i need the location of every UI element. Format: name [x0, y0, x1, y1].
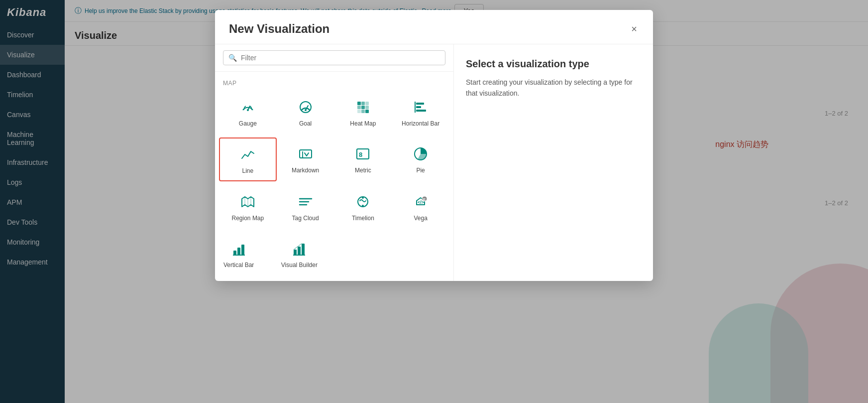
goal-icon [297, 98, 315, 116]
svg-rect-11 [365, 110, 369, 113]
svg-rect-30 [233, 251, 236, 255]
svg-text:|: | [302, 150, 304, 158]
svg-rect-10 [361, 110, 365, 113]
svg-rect-5 [365, 102, 369, 105]
svg-rect-33 [233, 255, 245, 256]
viz-label-gauge: Gauge [239, 120, 257, 127]
vega-icon: </> E [412, 193, 430, 211]
svg-rect-4 [361, 102, 365, 105]
svg-rect-34 [294, 250, 297, 255]
new-visualization-modal: New Visualization × 🔍 Map [215, 10, 653, 281]
heat-map-icon [354, 98, 372, 116]
viz-item-gauge[interactable]: Gauge [219, 91, 277, 134]
description-text: Start creating your visualization by sel… [466, 77, 641, 99]
gauge-icon [239, 98, 257, 116]
timelion-icon [354, 193, 372, 211]
pie-icon [412, 145, 430, 163]
svg-rect-8 [365, 106, 369, 109]
viz-label-vertical-bar: Vertical Bar [223, 262, 254, 269]
svg-point-26 [362, 205, 364, 207]
viz-scroll: Map [215, 72, 453, 281]
viz-label-tag-cloud: Tag Cloud [292, 215, 319, 222]
modal-overlay: New Visualization × 🔍 Map [0, 0, 868, 403]
svg-rect-12 [415, 102, 416, 113]
viz-item-visual-builder[interactable]: Visual Builder [277, 232, 322, 275]
search-icon: 🔍 [228, 54, 237, 62]
modal-title: New Visualization [229, 22, 329, 36]
svg-rect-15 [416, 110, 426, 112]
viz-item-horizontal-bar[interactable]: Horizontal Bar [392, 91, 449, 134]
description-title: Select a visualization type [466, 58, 641, 70]
viz-item-region-map[interactable]: Region Map [219, 185, 277, 228]
svg-point-25 [362, 197, 364, 199]
svg-rect-6 [357, 106, 361, 109]
viz-grid-row1: Gauge [215, 89, 453, 135]
viz-grid-row4: Vertical Bar [215, 230, 453, 277]
vertical-bar-icon [230, 240, 248, 258]
svg-point-0 [247, 109, 249, 111]
viz-item-markdown[interactable]: | Markdown [277, 137, 334, 181]
viz-grid-row2: Line | Markdown [215, 135, 453, 183]
filter-input-wrapper: 🔍 [223, 50, 445, 65]
viz-label-line: Line [242, 167, 254, 174]
section-label: Map [215, 76, 453, 89]
viz-label-pie: Pie [416, 167, 425, 174]
filter-bar: 🔍 [215, 44, 453, 72]
viz-label-horizontal-bar: Horizontal Bar [402, 120, 439, 127]
viz-item-timelion[interactable]: Timelion [334, 185, 392, 228]
filter-input[interactable] [241, 54, 440, 62]
line-icon [239, 145, 257, 163]
viz-item-tag-cloud[interactable]: Tag Cloud [277, 185, 334, 228]
metric-icon: 8 [354, 145, 372, 163]
viz-label-timelion: Timelion [352, 215, 374, 222]
svg-rect-13 [416, 103, 424, 105]
viz-grid-row3: Region Map Tag Cloud [215, 183, 453, 230]
viz-label-metric: Metric [355, 167, 371, 174]
viz-item-pie[interactable]: Pie [392, 137, 449, 181]
viz-item-vega[interactable]: </> E Vega [392, 185, 449, 228]
svg-rect-35 [298, 247, 301, 255]
svg-rect-9 [357, 110, 361, 113]
svg-rect-31 [237, 248, 240, 255]
viz-item-goal[interactable]: Goal [277, 91, 334, 134]
viz-label-vega: Vega [414, 215, 427, 222]
svg-rect-14 [416, 106, 421, 108]
viz-item-heat-map[interactable]: Heat Map [334, 91, 392, 134]
modal-header: New Visualization × [215, 10, 653, 44]
viz-label-markdown: Markdown [292, 167, 319, 174]
svg-text:E: E [423, 197, 426, 202]
viz-item-vertical-bar[interactable]: Vertical Bar [219, 232, 258, 275]
svg-text:8: 8 [359, 151, 362, 158]
modal-close-button[interactable]: × [629, 22, 639, 36]
region-map-icon [239, 193, 257, 211]
viz-label-goal: Goal [299, 120, 312, 127]
svg-rect-37 [293, 255, 305, 256]
tag-cloud-icon [297, 193, 315, 211]
svg-rect-3 [357, 102, 361, 105]
svg-rect-32 [241, 245, 244, 255]
viz-label-heat-map: Heat Map [350, 120, 376, 127]
desc-panel: Select a visualization type Start creati… [454, 44, 653, 281]
viz-panel: 🔍 Map [215, 44, 454, 281]
markdown-icon: | [297, 145, 315, 163]
horizontal-bar-icon [412, 98, 430, 116]
viz-label-region-map: Region Map [232, 215, 264, 222]
modal-body: 🔍 Map [215, 44, 653, 281]
viz-item-metric[interactable]: 8 Metric [334, 137, 392, 181]
viz-label-visual-builder: Visual Builder [281, 262, 318, 269]
svg-rect-7 [361, 106, 365, 109]
viz-item-line[interactable]: Line [219, 137, 277, 181]
visual-builder-icon [290, 240, 308, 258]
svg-rect-36 [302, 244, 305, 255]
